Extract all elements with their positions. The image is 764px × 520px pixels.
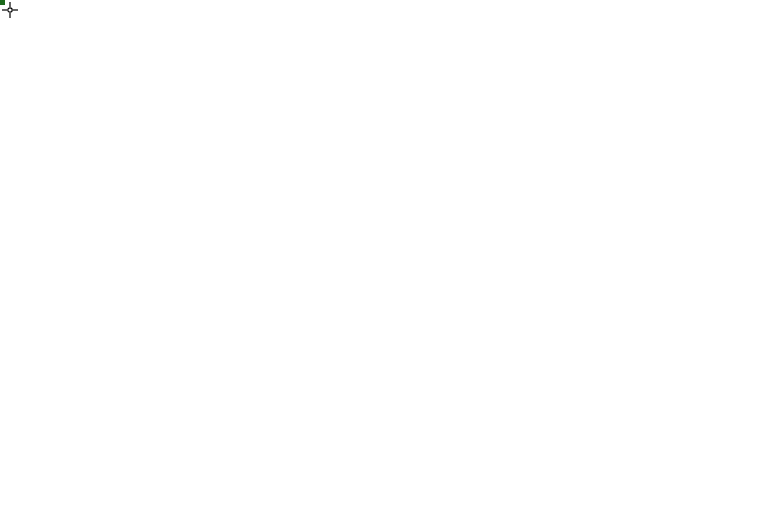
svg-point-4 <box>8 8 12 12</box>
mouse-cursor-icon <box>0 0 20 20</box>
active-cell-outline <box>0 0 4 4</box>
fill-handle[interactable] <box>0 0 5 5</box>
